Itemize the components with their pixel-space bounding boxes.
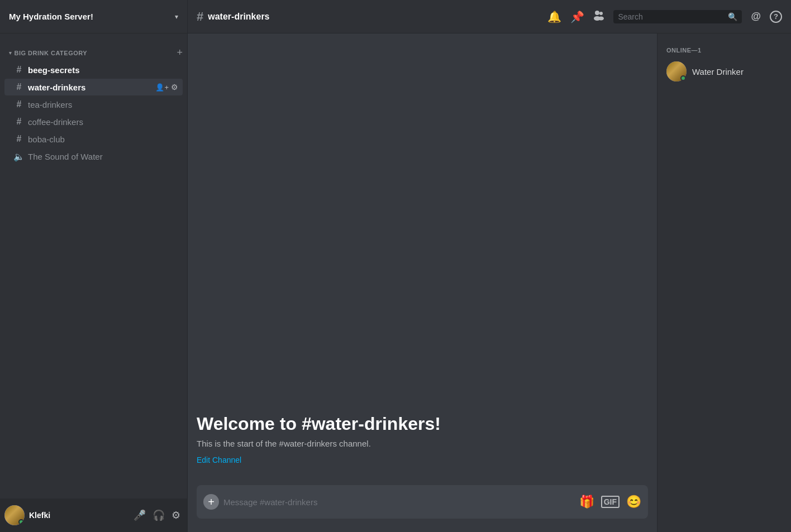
server-name: My Hydration Server!	[9, 12, 93, 21]
sidebar-item-beeg-secrets[interactable]: # beeg-secrets 👤+ ⚙	[4, 61, 183, 78]
member-item[interactable]: Water Drinker	[662, 58, 787, 85]
svg-point-3	[598, 17, 604, 21]
user-area: Klefki 🎤 🎧 ⚙	[0, 499, 187, 532]
channel-name: coffee-drinkers	[28, 117, 178, 127]
edit-channel-link[interactable]: Edit Channel	[197, 456, 241, 464]
channel-name: boba-club	[28, 135, 178, 144]
online-section-title: ONLINE—1	[662, 42, 787, 58]
add-user-icon[interactable]: 👤+	[155, 83, 169, 92]
category-header[interactable]: ▾ BIG DRINK CATEGORY +	[0, 38, 187, 61]
members-icon[interactable]	[593, 9, 604, 23]
main-layout: ▾ BIG DRINK CATEGORY + # beeg-secrets 👤+…	[0, 33, 791, 532]
text-channel-icon: #	[13, 117, 25, 127]
user-avatar	[4, 505, 25, 525]
channel-hash-icon: #	[197, 9, 203, 24]
sidebar-item-tea-drinkers[interactable]: # tea-drinkers	[4, 96, 183, 113]
welcome-section: Welcome to #water-drinkers! This is the …	[197, 402, 648, 476]
settings-icon[interactable]: ⚙	[171, 83, 178, 92]
category-add-icon[interactable]: +	[177, 47, 183, 59]
text-channel-icon: #	[13, 82, 25, 92]
headphones-icon[interactable]: 🎧	[150, 507, 167, 524]
server-name-area[interactable]: My Hydration Server! ▾	[0, 0, 188, 33]
welcome-title: Welcome to #water-drinkers!	[197, 414, 648, 434]
right-panel: ONLINE—1 Water Drinker	[657, 33, 791, 532]
voice-channel-icon: 🔈	[13, 151, 25, 162]
emoji-icon[interactable]: 😊	[626, 495, 641, 509]
text-channel-icon: #	[13, 134, 25, 144]
member-avatar	[666, 61, 687, 82]
welcome-subtitle: This is the start of the #water-drinkers…	[197, 439, 648, 448]
svg-point-0	[595, 11, 599, 15]
svg-point-2	[599, 12, 603, 15]
input-right-icons: 🎁 GIF 😊	[579, 495, 641, 509]
channel-name: The Sound of Water	[28, 152, 178, 161]
user-controls: 🎤 🎧 ⚙	[131, 507, 183, 524]
channel-list: ▾ BIG DRINK CATEGORY + # beeg-secrets 👤+…	[0, 33, 187, 499]
messages-area: Welcome to #water-drinkers! This is the …	[188, 33, 657, 485]
category-label: ▾ BIG DRINK CATEGORY	[9, 50, 87, 56]
category-chevron: ▾	[9, 50, 12, 56]
mic-icon[interactable]: 🎤	[131, 507, 148, 524]
server-chevron-icon: ▾	[175, 13, 178, 21]
main-content: Welcome to #water-drinkers! This is the …	[188, 33, 657, 532]
gift-icon[interactable]: 🎁	[579, 495, 594, 509]
header-right: 🔔 📌 🔍 @ ?	[539, 9, 791, 23]
sidebar-item-the-sound-of-water[interactable]: 🔈 The Sound of Water	[4, 148, 183, 165]
user-info: Klefki	[29, 511, 127, 520]
channel-header-name: water-drinkers	[208, 12, 269, 22]
channel-actions: 👤+ ⚙	[155, 83, 178, 92]
bell-icon[interactable]: 🔔	[547, 10, 561, 23]
sidebar-item-water-drinkers[interactable]: # water-drinkers 👤+ ⚙	[4, 79, 183, 95]
username: Klefki	[29, 511, 127, 520]
member-name: Water Drinker	[692, 67, 744, 76]
search-box[interactable]: 🔍	[613, 10, 742, 23]
message-input-area: + 🎁 GIF 😊	[188, 485, 657, 532]
online-indicator	[18, 519, 24, 525]
message-input-box: + 🎁 GIF 😊	[197, 485, 648, 519]
top-header: My Hydration Server! ▾ # water-drinkers …	[0, 0, 791, 33]
text-channel-icon: #	[13, 65, 25, 75]
at-icon[interactable]: @	[751, 11, 761, 22]
member-online-dot	[680, 75, 686, 81]
gif-icon[interactable]: GIF	[601, 496, 620, 508]
sidebar-item-coffee-drinkers[interactable]: # coffee-drinkers	[4, 113, 183, 130]
channel-name: tea-drinkers	[28, 100, 178, 109]
channel-header: # water-drinkers	[188, 9, 539, 24]
user-settings-icon[interactable]: ⚙	[169, 507, 183, 524]
channel-name: water-drinkers	[28, 83, 152, 92]
message-input[interactable]	[223, 497, 575, 507]
add-attachment-button[interactable]: +	[203, 494, 219, 510]
sidebar: ▾ BIG DRINK CATEGORY + # beeg-secrets 👤+…	[0, 33, 188, 532]
sidebar-item-boba-club[interactable]: # boba-club	[4, 131, 183, 147]
pin-icon[interactable]: 📌	[570, 10, 584, 23]
search-input[interactable]	[618, 12, 725, 21]
channel-name: beeg-secrets	[28, 65, 178, 75]
help-icon[interactable]: ?	[770, 11, 782, 23]
search-icon: 🔍	[728, 12, 737, 21]
text-channel-icon: #	[13, 99, 25, 109]
